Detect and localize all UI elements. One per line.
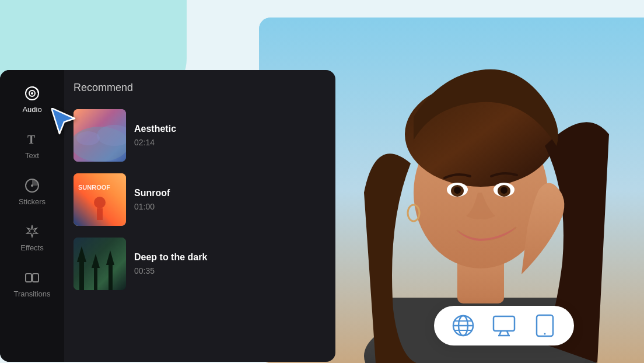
editor-panel: Audio T Text Stickers	[0, 70, 335, 362]
track-duration-aesthetic: 02:14	[134, 138, 176, 147]
deep-dark-art	[74, 238, 126, 290]
sunroof-art: SUNROOF	[74, 173, 126, 226]
track-info-aesthetic: Aesthetic 02:14	[134, 124, 176, 147]
track-name-sunroof: Sunroof	[134, 188, 170, 198]
sidebar-transitions-label: Transitions	[13, 289, 50, 298]
track-thumbnail-deep-dark	[74, 238, 126, 290]
tablet-icon[interactable]	[533, 314, 556, 337]
section-title: Recommend	[74, 82, 326, 94]
track-item-deep-dark[interactable]: Deep to the dark 00:35	[74, 232, 326, 296]
content-area: Recommend	[64, 70, 335, 362]
track-item-aesthetic[interactable]: Aesthetic 02:14	[74, 103, 326, 167]
svg-rect-30	[26, 274, 32, 282]
track-duration-deep-dark: 00:35	[134, 266, 207, 275]
sidebar-item-effects[interactable]: Effects	[0, 214, 64, 260]
svg-rect-46	[108, 264, 113, 290]
svg-rect-44	[94, 267, 97, 290]
monitor-icon[interactable]	[492, 314, 516, 337]
sidebar-effects-label: Effects	[20, 243, 44, 252]
effects-icon	[23, 222, 41, 241]
sidebar-text-label: Text	[25, 151, 39, 160]
text-icon: T	[23, 130, 41, 149]
track-item-sunroof[interactable]: SUNROOF Sunroof 01:00	[74, 167, 326, 232]
sidebar-item-transitions[interactable]: Transitions	[0, 260, 64, 306]
sidebar-item-stickers[interactable]: Stickers	[0, 168, 64, 214]
track-thumbnail-aesthetic	[74, 109, 126, 162]
track-name-deep-dark: Deep to the dark	[134, 252, 207, 263]
track-duration-sunroof: 01:00	[134, 202, 170, 211]
svg-rect-18	[494, 316, 514, 331]
track-list: Aesthetic 02:14	[74, 103, 326, 296]
svg-text:SUNROOF: SUNROOF	[78, 184, 110, 191]
svg-rect-40	[97, 208, 103, 220]
svg-marker-48	[51, 108, 75, 134]
svg-point-23	[544, 333, 546, 335]
device-bar	[434, 306, 574, 345]
globe-icon[interactable]	[452, 314, 475, 337]
svg-point-26	[31, 92, 33, 95]
sidebar-stickers-label: Stickers	[19, 197, 46, 206]
track-thumbnail-sunroof: SUNROOF	[74, 173, 126, 226]
transitions-icon	[23, 268, 41, 287]
svg-text:T: T	[27, 133, 36, 146]
audio-icon	[23, 84, 41, 103]
svg-point-10	[454, 187, 461, 194]
track-name-aesthetic: Aesthetic	[134, 124, 176, 134]
aesthetic-art	[74, 109, 126, 162]
sidebar-audio-label: Audio	[22, 105, 41, 114]
svg-rect-42	[79, 261, 84, 290]
svg-point-39	[94, 197, 106, 208]
track-info-sunroof: Sunroof 01:00	[134, 188, 170, 211]
svg-rect-31	[33, 274, 38, 282]
track-info-deep-dark: Deep to the dark 00:35	[134, 252, 207, 275]
svg-point-11	[501, 187, 508, 194]
stickers-icon	[23, 176, 41, 195]
svg-point-29	[31, 184, 33, 187]
